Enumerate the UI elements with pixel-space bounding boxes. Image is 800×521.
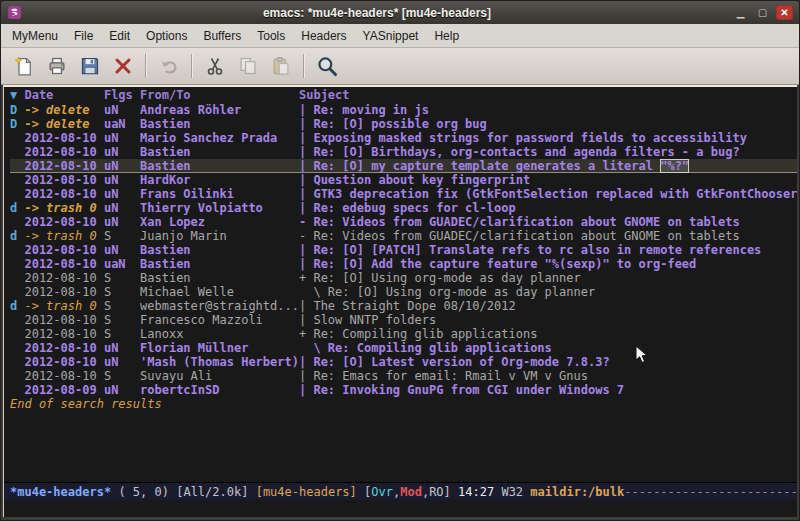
search-icon[interactable] [312, 52, 342, 81]
message-date: 2012-08-10 [24, 341, 103, 355]
minimize-button-icon[interactable]: ▁ [732, 5, 749, 20]
message-row[interactable]: d-> trash 0Swebmaster@straightd...| The … [10, 299, 797, 313]
window-title: emacs: *mu4e-headers* [mu4e-headers] [22, 6, 732, 20]
titlebar: emacs: *mu4e-headers* [mu4e-headers] ▁ ▢… [1, 1, 799, 24]
message-subject: | Re: Invoking GnuPG from CGI under Wind… [299, 383, 797, 397]
message-flags: uN [104, 355, 140, 369]
message-flags: S [104, 369, 140, 383]
message-mark-prefix: D [10, 103, 24, 117]
paste-icon [266, 52, 296, 81]
column-header-flags[interactable]: Flgs [104, 87, 140, 103]
message-row[interactable]: 2012-08-10SSuvayu Ali| Re: Emacs for ema… [10, 369, 797, 383]
message-row[interactable]: d-> trash 0uNThierry Volpiatto| Re: edeb… [10, 201, 797, 215]
cut-icon[interactable] [200, 52, 230, 81]
message-row[interactable]: 2012-08-10uN'Mash (Thomas Herbert)| Re: … [10, 355, 797, 369]
message-from: Bastien [140, 159, 299, 173]
message-subject: | Re: [O] Birthdays, org-contacts and ag… [299, 145, 797, 159]
message-date: -> trash 0 [24, 299, 103, 313]
message-mark-prefix [10, 355, 24, 369]
message-date: 2012-08-10 [24, 327, 103, 341]
message-row[interactable]: 2012-08-10uNBastien| Re: [O] my capture … [10, 159, 797, 173]
message-from: Bastien [140, 145, 299, 159]
message-date: 2012-08-10 [24, 313, 103, 327]
maximize-button-icon[interactable]: ▢ [754, 5, 771, 20]
close-icon[interactable] [108, 52, 138, 81]
message-mark-prefix [10, 131, 24, 145]
message-subject: | Question about key fingerprint [299, 173, 797, 187]
menu-item-buffers[interactable]: Buffers [196, 26, 248, 46]
message-mark-prefix [10, 271, 24, 285]
modeline-size: [All/2.0k] [176, 485, 255, 499]
menu-item-headers[interactable]: Headers [294, 26, 353, 46]
message-row[interactable]: 2012-08-10uNFrans Oilinki| GTK3 deprecat… [10, 187, 797, 201]
message-row[interactable]: 2012-08-10SBastien+ Re: [O] Using org-mo… [10, 271, 797, 285]
menu-item-yasnippet[interactable]: YASnippet [356, 26, 426, 46]
new-file-icon[interactable] [9, 52, 39, 81]
message-row[interactable]: 2012-08-10uNBastien| Re: [O] Birthdays, … [10, 145, 797, 159]
echo-area[interactable] [4, 500, 797, 517]
message-from: Xan Lopez [140, 215, 299, 229]
message-from: Suvayu Ali [140, 369, 299, 383]
message-mark-prefix [10, 257, 24, 271]
message-flags: S [104, 327, 140, 341]
message-mark-prefix [10, 243, 24, 257]
menu-item-file[interactable]: File [67, 26, 100, 46]
save-icon[interactable] [75, 52, 105, 81]
toolbar-separator [145, 54, 147, 78]
message-row[interactable]: 2012-08-10uNMario Sanchez Prada| Exposin… [10, 131, 797, 145]
menu-item-tools[interactable]: Tools [250, 26, 292, 46]
message-subject: - Re: Videos from GUADEC/clarification a… [299, 215, 797, 229]
message-subject: - Re: Videos from GUADEC/clarification a… [299, 229, 797, 243]
message-from: HardKor [140, 173, 299, 187]
undo-icon [154, 52, 184, 81]
message-row[interactable]: 2012-08-10uNXan Lopez- Re: Videos from G… [10, 215, 797, 229]
menu-item-edit[interactable]: Edit [102, 26, 137, 46]
modeline-sep1: , [393, 485, 400, 499]
message-subject: | GTK3 deprecation fix (GtkFontSelection… [299, 187, 797, 201]
message-row[interactable]: d-> trash 0SJuanjo Marin- Re: Videos fro… [10, 229, 797, 243]
message-subject: | Re: moving in js [299, 103, 797, 117]
menu-item-options[interactable]: Options [139, 26, 194, 46]
message-flags: S [104, 313, 140, 327]
toolbar-separator [303, 54, 305, 78]
column-header-from[interactable]: From/To [140, 87, 299, 103]
close-button-icon[interactable]: ✕ [776, 5, 793, 20]
message-row[interactable]: 2012-08-10uNBastien| Re: [O] [PATCH] Tra… [10, 243, 797, 257]
message-date: 2012-08-10 [24, 285, 103, 299]
column-header-date[interactable]: Date [24, 87, 103, 103]
modeline-position: ( 5, 0) [111, 485, 176, 499]
modeline-sep2: , [422, 485, 429, 499]
message-row[interactable]: D-> deleteuNAndreas Röhler| Re: moving i… [10, 103, 797, 117]
header-line: ▼ Date Flgs From/To Subject [10, 87, 797, 103]
message-subject: | Re: [O] Latest version of Org-mode 7.8… [299, 355, 797, 369]
message-from: Bastien [140, 117, 299, 131]
sort-direction-icon[interactable]: ▼ [10, 87, 24, 103]
modeline-clock: 14:27 [451, 485, 494, 499]
message-from: Bastien [140, 257, 299, 271]
modeline-filler: ----------------------------------------… [624, 485, 797, 499]
message-row[interactable]: 2012-08-10SMichael Welle \ Re: [O] Using… [10, 285, 797, 299]
message-flags: S [104, 285, 140, 299]
message-mark-prefix [10, 369, 24, 383]
message-from: Michael Welle [140, 285, 299, 299]
message-row[interactable]: D-> deleteuaNBastien| Re: [O] possible o… [10, 117, 797, 131]
message-flags: uaN [104, 257, 140, 271]
message-row[interactable]: 2012-08-10uNFlorian Müllner \ Re: Compil… [10, 341, 797, 355]
message-mark-prefix [10, 215, 24, 229]
message-from: Bastien [140, 271, 299, 285]
menu-item-help[interactable]: Help [427, 26, 466, 46]
message-row[interactable]: 2012-08-10uNHardKor| Question about key … [10, 173, 797, 187]
message-row[interactable]: 2012-08-10SFrancesco Mazzoli| Slow NNTP … [10, 313, 797, 327]
message-row[interactable]: 2012-08-10SLanoxx+ Re: Compiling glib ap… [10, 327, 797, 341]
print-icon[interactable] [42, 52, 72, 81]
menu-item-mymenu[interactable]: MyMenu [5, 26, 65, 46]
message-from: Thierry Volpiatto [140, 201, 299, 215]
message-row[interactable]: 2012-08-09uNrobertcInSD| Re: Invoking Gn… [10, 383, 797, 397]
modeline-status-open: [ [364, 485, 371, 499]
message-row[interactable]: 2012-08-10uaNBastien| Re: [O] Add the ca… [10, 257, 797, 271]
mode-line[interactable]: *mu4e-headers* ( 5, 0) [All/2.0k] [mu4e-… [4, 482, 797, 500]
message-date: 2012-08-10 [24, 369, 103, 383]
message-mark-prefix: d [10, 299, 24, 313]
message-from: Florian Müllner [140, 341, 299, 355]
column-header-subject[interactable]: Subject [299, 87, 797, 103]
